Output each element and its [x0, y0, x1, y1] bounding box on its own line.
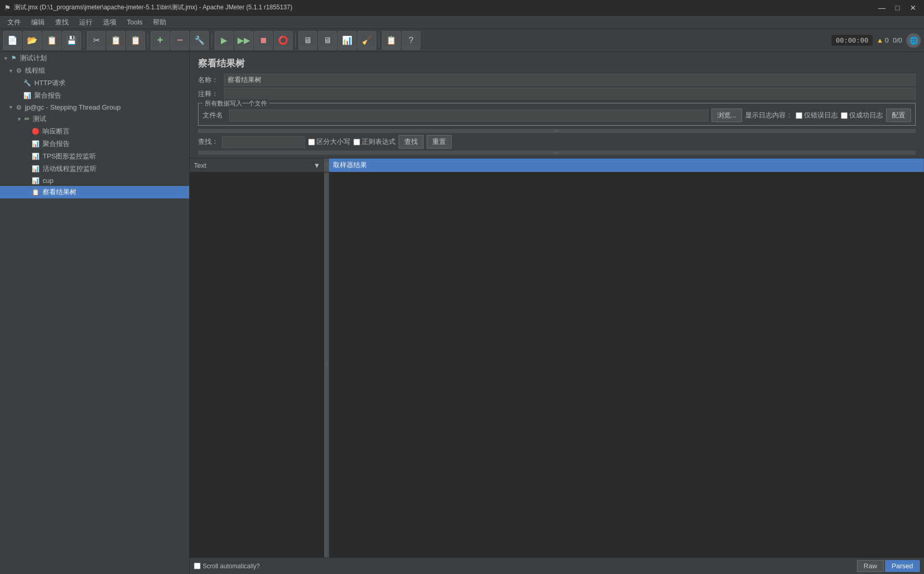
tree-label: TPS图形监控监听 — [43, 152, 96, 161]
log-button[interactable]: 📋 — [382, 31, 401, 50]
col-resize-handle[interactable]: ⋮ — [325, 158, 329, 172]
case-sensitive-checkbox[interactable] — [308, 139, 315, 145]
tree-item-test-run[interactable]: ▼ ✏ 测试 — [0, 113, 189, 125]
case-sensitive-label[interactable]: 区分大小写 — [308, 137, 350, 146]
run-alt-button[interactable]: ▶▶ — [234, 31, 253, 50]
help-button[interactable]: ? — [402, 31, 420, 50]
close-button[interactable]: ✕ — [906, 3, 920, 13]
search-row: 查找： 区分大小写 正则表达式 查找 重置 — [198, 133, 916, 151]
clean-button[interactable]: 🧹 — [358, 31, 376, 50]
errors-check-label[interactable]: 仅错误日志 — [796, 111, 838, 120]
file-input[interactable] — [229, 110, 708, 122]
name-row: 名称： — [198, 74, 916, 86]
tree-item-aggregate-report2[interactable]: ▶ 📊 聚合报告 — [0, 138, 189, 150]
add-button[interactable]: + — [151, 31, 169, 50]
report-icon: 📊 — [23, 92, 31, 99]
cup-icon: 📊 — [32, 177, 39, 184]
menu-tools[interactable]: Tools — [122, 17, 148, 27]
resize-handle-top[interactable]: ··· — [198, 129, 916, 133]
remote-alt-button[interactable]: 🖥 — [318, 31, 337, 50]
run-icon: ✏ — [24, 115, 30, 123]
tree-item-thread-group[interactable]: ▼ ⚙ 线程组 — [0, 64, 189, 77]
warning-display: ▲ 0 — [877, 36, 889, 44]
tree-label: 测试 — [33, 114, 46, 124]
tree-item-tps-monitor[interactable]: ▶ 📊 TPS图形监控监听 — [0, 150, 189, 163]
menu-run[interactable]: 运行 — [74, 17, 98, 28]
tree-label: 察看结果树 — [43, 188, 76, 197]
test-plan-icon: ⚑ — [11, 55, 17, 62]
active-icon: 📊 — [32, 165, 39, 172]
cut-button[interactable]: ✂ — [87, 31, 105, 50]
case-sensitive-text: 区分大小写 — [316, 137, 350, 146]
tree-item-stepping-thread[interactable]: ▼ ⚙ jp@gc - Stepping Thread Group — [0, 102, 189, 113]
toolbar: 📄 📂 📋 💾 ✂ 📋 📋 + − 🔧 ▶ ▶▶ ⏹ ⭕ 🖥 🖥 📊 🧹 📋 ?… — [0, 29, 924, 52]
file-section-title: 所有数据写入一个文件 — [203, 99, 269, 108]
search-input[interactable] — [222, 136, 305, 148]
timer-display: 00:00:00 — [831, 35, 873, 46]
new-button[interactable]: 📄 — [3, 31, 22, 50]
tree-label: 响应断言 — [43, 127, 70, 136]
settings-button[interactable]: 🔧 — [190, 31, 209, 50]
tree-item-http-request[interactable]: ▶ 🔧 HTTP请求 — [0, 77, 189, 89]
tree-item-test-plan[interactable]: ▼ ⚑ 测试计划 — [0, 52, 189, 64]
separator-4 — [295, 33, 296, 48]
tree-label: 测试计划 — [20, 54, 47, 63]
parsed-tab[interactable]: Parsed — [885, 560, 920, 572]
paste-button[interactable]: 📋 — [126, 31, 145, 50]
count-display: 0/0 — [893, 36, 902, 44]
reset-button[interactable]: 重置 — [427, 135, 452, 149]
separator-1 — [84, 33, 84, 48]
stop-button[interactable]: ⏹ — [254, 31, 273, 50]
expand-icon: ▼ — [17, 116, 22, 122]
scroll-check: Scroll automatically? — [194, 563, 260, 570]
menu-edit[interactable]: 编辑 — [26, 17, 50, 28]
results-header: Text ▼ ⋮ 取样器结果 — [190, 158, 924, 172]
errors-checkbox[interactable] — [796, 112, 802, 119]
success-check-label[interactable]: 仅成功日志 — [841, 111, 883, 120]
globe-button[interactable]: 🌐 — [906, 33, 921, 48]
tree-item-cup[interactable]: ▶ 📊 cup — [0, 175, 189, 186]
comment-input[interactable] — [224, 88, 916, 100]
success-checkbox[interactable] — [841, 112, 848, 119]
menu-find[interactable]: 查找 — [50, 17, 74, 28]
comment-row: 注释： — [198, 88, 916, 100]
save-button[interactable]: 💾 — [62, 31, 81, 50]
http-icon: 🔧 — [23, 79, 31, 87]
minimize-button[interactable]: — — [875, 3, 889, 13]
template-button[interactable]: 📊 — [338, 31, 357, 50]
save-template-button[interactable]: 📋 — [43, 31, 61, 50]
open-button[interactable]: 📂 — [23, 31, 42, 50]
body-resize-handle[interactable]: ⋮ — [325, 172, 329, 557]
tree-item-assertion[interactable]: ▶ 🔴 响应断言 — [0, 125, 189, 138]
results-list[interactable] — [190, 172, 325, 557]
copy-button[interactable]: 📋 — [107, 31, 125, 50]
scroll-checkbox[interactable] — [194, 563, 201, 569]
tree-item-view-results[interactable]: ▶ 📋 察看结果树 — [0, 186, 189, 198]
expand-icon: ▼ — [8, 104, 14, 110]
shutdown-button[interactable]: ⭕ — [274, 31, 293, 50]
regex-label[interactable]: 正则表达式 — [353, 137, 395, 146]
remove-button[interactable]: − — [170, 31, 189, 50]
menu-help[interactable]: 帮助 — [148, 17, 171, 28]
menu-file[interactable]: 文件 — [2, 17, 26, 28]
menu-options[interactable]: 选项 — [98, 17, 122, 28]
panel-title: 察看结果树 — [198, 57, 916, 70]
sampler-results[interactable] — [329, 172, 924, 557]
regex-checkbox[interactable] — [353, 139, 360, 145]
browse-button[interactable]: 浏览... — [711, 109, 742, 122]
raw-tab[interactable]: Raw — [857, 560, 884, 572]
maximize-button[interactable]: □ — [891, 3, 904, 13]
resize-handle-bottom[interactable]: ··· — [198, 151, 916, 155]
name-label: 名称： — [198, 75, 224, 85]
search-button[interactable]: 查找 — [399, 135, 424, 149]
tree-item-active-monitor[interactable]: ▶ 📊 活动线程监控监听 — [0, 163, 189, 175]
tree-item-aggregate-report[interactable]: ▶ 📊 聚合报告 — [0, 89, 189, 102]
run-button[interactable]: ▶ — [215, 31, 233, 50]
results-body: ⋮ — [190, 172, 924, 557]
config-button[interactable]: 配置 — [886, 109, 911, 122]
file-section: 所有数据写入一个文件 文件名 浏览... 显示日志内容： 仅错误日志 仅成功日志 — [198, 103, 916, 126]
tree-label: cup — [43, 177, 54, 184]
remote-button[interactable]: 🖥 — [298, 31, 317, 50]
errors-label: 仅错误日志 — [804, 111, 838, 120]
name-input[interactable] — [224, 74, 916, 86]
